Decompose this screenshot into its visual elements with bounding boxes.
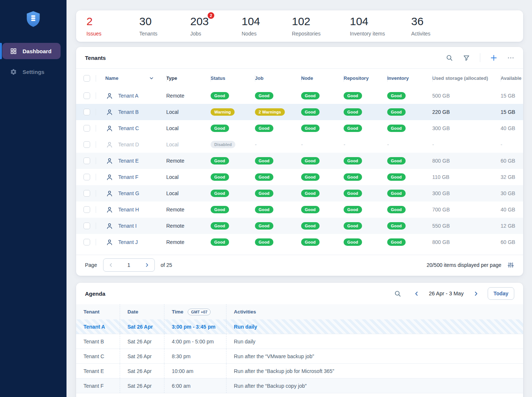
agenda-tenant[interactable]: Tenant E [76, 364, 120, 378]
sidebar-item-dashboard[interactable]: Dashboard [2, 43, 61, 59]
table-row: Tenant D Local Disabled - - - - - - [76, 136, 523, 153]
add-tenant-button[interactable] [490, 54, 497, 61]
stat-tenants[interactable]: 30 Tenants [139, 16, 190, 37]
row-checkbox[interactable] [83, 141, 90, 148]
agenda-date: Sat 26 Apr [120, 364, 164, 378]
job-cell: Good [255, 238, 301, 246]
stat-issues[interactable]: 2 Issues [86, 16, 139, 37]
row-checkbox[interactable] [83, 109, 90, 115]
row-checkbox[interactable] [83, 206, 90, 213]
status-badge: Good [211, 92, 229, 99]
job-badge: Good [255, 157, 273, 164]
tenant-name[interactable]: Tenant F [118, 174, 138, 180]
job-badge: Good [255, 190, 273, 197]
stat-label: Issues [86, 31, 139, 37]
stat-label: Repositories [292, 31, 350, 37]
next-range-button[interactable] [473, 291, 479, 296]
tenant-name[interactable]: Tenant H [118, 207, 139, 213]
stat-value: 2 [86, 15, 93, 27]
job-badge: Good [255, 206, 273, 213]
row-checkbox[interactable] [83, 125, 90, 132]
column-header-type: Type [166, 75, 211, 81]
tenant-name[interactable]: Tenant E [118, 158, 139, 164]
job-cell: Good [255, 206, 301, 213]
available-storage-value: 30 GB [501, 190, 523, 196]
prev-range-button[interactable] [414, 291, 419, 296]
inventory-cell: Good [387, 157, 432, 164]
repository-cell: Good [344, 108, 387, 116]
repository-badge: Good [344, 125, 362, 132]
stat-inventory-items[interactable]: 104 Inventory items [350, 16, 411, 37]
tenant-name[interactable]: Tenant B [118, 109, 139, 115]
agenda-tenant[interactable]: Tenant C [76, 349, 120, 363]
inventory-cell: Good [387, 190, 432, 197]
table-row: Tenant B Local Warning 2 Warnings Good G… [76, 104, 523, 120]
node-badge: Good [301, 125, 320, 132]
job-badge: Good [255, 173, 273, 181]
job-cell: Good [255, 190, 301, 197]
used-storage-value: 500 GB [432, 93, 501, 99]
tenant-name-cell: Tenant E [96, 157, 166, 164]
table-row: Tenant G Local Good Good Good Good Good … [76, 185, 523, 201]
tenant-type: Remote [166, 93, 211, 99]
agenda-tenant[interactable]: Tenant A [76, 319, 120, 334]
sidebar-item-settings[interactable]: Settings [2, 64, 61, 80]
prev-page-button[interactable] [108, 262, 113, 268]
agenda-activity: Run after the “Backup copy job” [226, 379, 523, 393]
tenant-name[interactable]: Tenant I [118, 223, 137, 229]
current-page[interactable]: 1 [127, 262, 130, 268]
available-storage-value: 60 GB [501, 158, 523, 164]
status-badge: Good [211, 222, 229, 230]
today-button[interactable]: Today [488, 287, 514, 300]
repository-cell: - [344, 142, 387, 147]
row-checkbox[interactable] [83, 190, 90, 197]
tenant-name-cell: Tenant I [96, 223, 166, 230]
row-checkbox[interactable] [83, 92, 90, 99]
row-checkbox[interactable] [83, 174, 90, 180]
node-badge: Good [301, 222, 320, 230]
column-header-job: Job [255, 75, 301, 81]
filter-button[interactable] [463, 54, 470, 61]
stat-nodes[interactable]: 104 Nodes [242, 16, 292, 37]
tenant-name[interactable]: Tenant D [118, 142, 139, 147]
row-checkbox[interactable] [83, 157, 90, 164]
job-cell: Good [255, 173, 301, 181]
used-storage-value: 300 GB [432, 125, 501, 131]
agenda-row: Tenant E Sat 26 Apr 10:00 am Run after t… [76, 364, 523, 379]
chevron-right-icon [144, 262, 150, 268]
tenant-name[interactable]: Tenant J [118, 239, 138, 245]
status-badge: Good [211, 238, 229, 246]
tenant-name[interactable]: Tenant C [118, 125, 139, 131]
stat-jobs[interactable]: 203 2 Jobs [190, 16, 242, 37]
tenant-type: Remote [166, 223, 211, 229]
agenda-tenant[interactable]: Tenant B [76, 334, 120, 349]
row-checkbox[interactable] [83, 239, 90, 245]
inventory-badge: Good [387, 157, 406, 164]
job-cell: 2 Warnings [255, 108, 301, 116]
person-icon [106, 141, 113, 148]
node-cell: Good [301, 190, 344, 197]
sliders-icon [507, 262, 514, 268]
tenant-name[interactable]: Tenant A [118, 93, 139, 99]
job-cell: - [255, 142, 301, 147]
tenant-name[interactable]: Tenant G [118, 190, 139, 196]
stat-repositories[interactable]: 102 Repositories [292, 16, 350, 37]
column-header-name[interactable]: Name [96, 75, 166, 81]
job-cell: Good [255, 222, 301, 230]
inventory-cell: Good [387, 222, 432, 230]
agenda-tenant[interactable]: Tenant F [76, 379, 120, 393]
agenda-search-button[interactable] [394, 290, 401, 297]
items-per-page-settings-button[interactable] [507, 262, 514, 268]
next-page-button[interactable] [144, 262, 150, 268]
agenda-date: Sat 26 Apr [120, 379, 164, 393]
job-cell: Good [255, 157, 301, 164]
divider [480, 53, 480, 62]
stat-activities[interactable]: 36 Activites [411, 16, 430, 37]
select-all-checkbox[interactable] [83, 75, 90, 82]
search-button[interactable] [446, 54, 453, 61]
used-storage-value: 700 GB [432, 207, 501, 213]
page-label: Page [85, 262, 97, 268]
more-options-button[interactable] [507, 54, 514, 61]
row-checkbox[interactable] [83, 223, 90, 229]
tenant-type: Remote [166, 158, 211, 164]
